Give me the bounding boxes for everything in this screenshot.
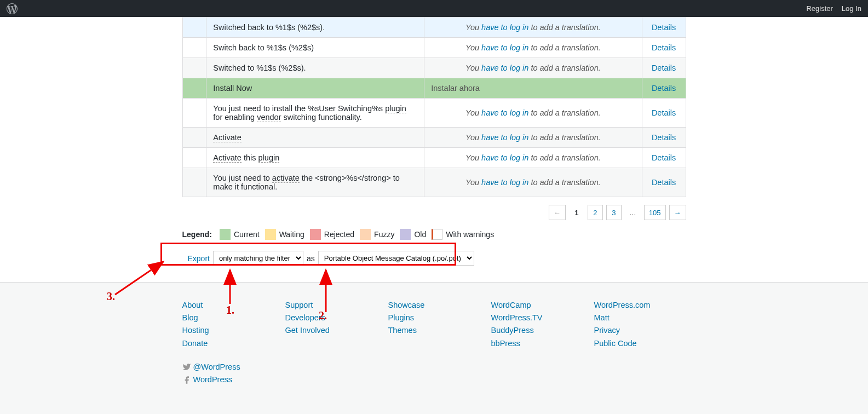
- footer-privacy[interactable]: Privacy: [594, 326, 620, 335]
- priority-cell: [182, 38, 206, 58]
- swatch-old: [400, 229, 411, 240]
- footer-showcase[interactable]: Showcase: [388, 301, 425, 309]
- legend-rejected: Rejected: [324, 230, 354, 239]
- footer-facebook[interactable]: WordPress: [193, 373, 232, 386]
- footer-publiccode[interactable]: Public Code: [594, 339, 637, 348]
- table-row: ActivateYou have to log in to add a tran…: [182, 128, 686, 148]
- legend-waiting: Waiting: [279, 230, 304, 239]
- footer-bbpress[interactable]: bbPress: [491, 339, 520, 348]
- admin-bar-left: [7, 3, 18, 14]
- priority-cell: [182, 168, 206, 197]
- main-content: Switched back to %1$s (%2$s).You have to…: [180, 17, 688, 271]
- footer-twitter[interactable]: @WordPress: [193, 361, 240, 373]
- footer-blog[interactable]: Blog: [182, 313, 198, 322]
- translation-cell: You have to log in to add a translation.: [424, 58, 642, 78]
- admin-bar: Register Log In: [0, 0, 868, 17]
- annotation-label-3: 3.: [107, 290, 115, 303]
- original-string-cell: Activate this plugin: [206, 148, 424, 168]
- footer-wpcom[interactable]: WordPress.com: [594, 301, 651, 309]
- details-link[interactable]: Details: [652, 23, 676, 32]
- details-link[interactable]: Details: [652, 64, 676, 72]
- swatch-rejected: [310, 229, 321, 240]
- table-row: Activate this pluginYou have to log in t…: [182, 148, 686, 168]
- priority-cell: [182, 148, 206, 168]
- details-cell: Details: [642, 78, 686, 99]
- pagination-prev: ←: [549, 205, 566, 220]
- footer-buddypress[interactable]: BuddyPress: [491, 326, 534, 335]
- footer-support[interactable]: Support: [285, 301, 313, 309]
- pagination-page-3[interactable]: 3: [606, 205, 622, 220]
- footer-columns: About Blog Hosting Donate Support Develo…: [180, 299, 688, 386]
- table-row: You just need to install the %sUser Swit…: [182, 99, 686, 128]
- details-link[interactable]: Details: [652, 108, 676, 117]
- pagination-page-2[interactable]: 2: [588, 205, 603, 220]
- table-row: You just need to activate the <strong>%s…: [182, 168, 686, 197]
- original-string-cell: Activate: [206, 128, 424, 148]
- footer-themes[interactable]: Themes: [388, 326, 417, 335]
- legend-label: Legend:: [182, 230, 212, 239]
- wordpress-logo-icon[interactable]: [7, 3, 18, 14]
- priority-cell: [182, 18, 206, 38]
- details-link[interactable]: Details: [652, 153, 676, 162]
- details-link[interactable]: Details: [652, 84, 676, 93]
- swatch-current: [220, 229, 231, 240]
- footer-matt[interactable]: Matt: [594, 313, 610, 322]
- details-cell: Details: [642, 18, 686, 38]
- footer-hosting[interactable]: Hosting: [182, 326, 209, 335]
- translations-table: Switched back to %1$s (%2$s).You have to…: [182, 17, 686, 197]
- legend-current: Current: [234, 230, 260, 239]
- details-cell: Details: [642, 128, 686, 148]
- translation-cell: You have to log in to add a translation.: [424, 128, 642, 148]
- facebook-icon: [182, 376, 191, 384]
- footer-wordcamp[interactable]: WordCamp: [491, 301, 531, 309]
- priority-cell: [182, 78, 206, 99]
- legend-fuzzy: Fuzzy: [374, 230, 394, 239]
- details-cell: Details: [642, 168, 686, 197]
- translation-cell: You have to log in to add a translation.: [424, 168, 642, 197]
- annotation-label-2: 2.: [319, 309, 327, 322]
- details-cell: Details: [642, 58, 686, 78]
- original-string-cell: Switched to %1$s (%2$s).: [206, 58, 424, 78]
- details-link[interactable]: Details: [652, 133, 676, 142]
- pagination-next[interactable]: →: [669, 205, 686, 220]
- export-filter-select[interactable]: only matching the filter: [213, 251, 303, 266]
- footer-about[interactable]: About: [182, 301, 203, 309]
- legend: Legend: Current Waiting Rejected Fuzzy O…: [182, 229, 686, 240]
- export-link[interactable]: Export: [188, 254, 210, 263]
- table-row: Switch back to %1$s (%2$s)You have to lo…: [182, 38, 686, 58]
- login-link[interactable]: Log In: [842, 4, 861, 13]
- admin-bar-right: Register Log In: [806, 4, 861, 13]
- priority-cell: [182, 99, 206, 128]
- twitter-icon: [182, 363, 191, 371]
- pagination-page-1: 1: [569, 205, 584, 220]
- swatch-warnings: [432, 229, 442, 240]
- footer-col-5: WordPress.com Matt Privacy Public Code: [594, 299, 686, 350]
- footer-plugins[interactable]: Plugins: [388, 313, 415, 322]
- pagination-last[interactable]: 105: [644, 205, 666, 220]
- details-cell: Details: [642, 99, 686, 128]
- details-cell: Details: [642, 148, 686, 168]
- footer-col-3: Showcase Plugins Themes: [388, 299, 480, 350]
- pagination: ← 1 2 3 … 105 →: [182, 205, 686, 220]
- original-string-cell: Switched back to %1$s (%2$s).: [206, 18, 424, 38]
- translation-cell: You have to log in to add a translation.: [424, 38, 642, 58]
- table-row: Switched to %1$s (%2$s).You have to log …: [182, 58, 686, 78]
- register-link[interactable]: Register: [806, 4, 832, 13]
- footer-getinvolved[interactable]: Get Involved: [285, 326, 330, 335]
- footer-wptv[interactable]: WordPress.TV: [491, 313, 543, 322]
- swatch-fuzzy: [360, 229, 371, 240]
- original-string-cell: Switch back to %1$s (%2$s): [206, 38, 424, 58]
- original-string-cell: You just need to install the %sUser Swit…: [206, 99, 424, 128]
- details-link[interactable]: Details: [652, 178, 676, 187]
- export-format-select[interactable]: Portable Object Message Catalog (.po/.po…: [318, 251, 474, 266]
- footer-col-4: WordCamp WordPress.TV BuddyPress bbPress: [491, 299, 583, 350]
- details-link[interactable]: Details: [652, 43, 676, 52]
- details-cell: Details: [642, 38, 686, 58]
- priority-cell: [182, 128, 206, 148]
- table-row: Switched back to %1$s (%2$s).You have to…: [182, 18, 686, 38]
- original-string-cell: You just need to activate the <strong>%s…: [206, 168, 424, 197]
- translation-cell: You have to log in to add a translation.: [424, 18, 642, 38]
- legend-old: Old: [414, 230, 426, 239]
- footer-col-2: Support Developers Get Involved: [285, 299, 377, 350]
- footer-donate[interactable]: Donate: [182, 339, 208, 348]
